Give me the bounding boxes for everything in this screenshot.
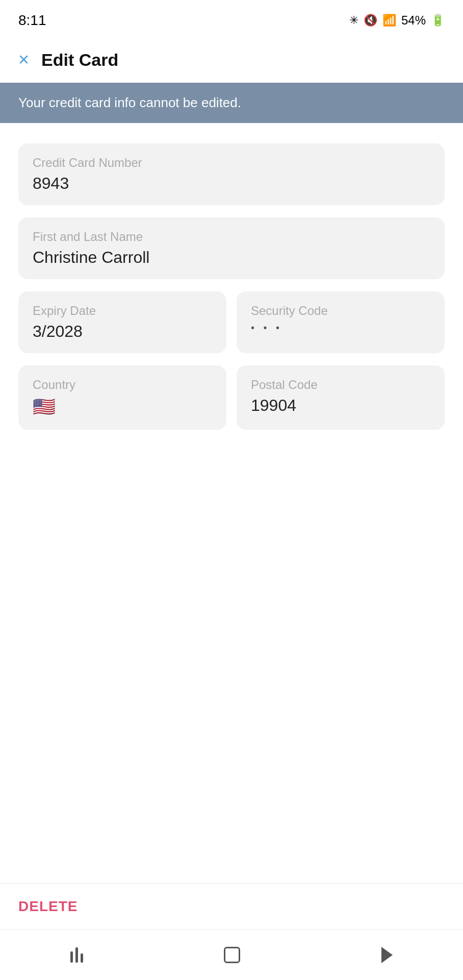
status-icons: ✳ 🔇 📶 54% 🔋	[349, 13, 445, 28]
header: × Edit Card	[0, 37, 463, 83]
name-field: First and Last Name Christine Carroll	[18, 217, 445, 279]
form-area: Credit Card Number 8943 First and Last N…	[0, 143, 463, 430]
country-flag: 🇺🇸	[33, 396, 212, 418]
delete-button[interactable]: DELETE	[18, 898, 78, 915]
postal-code-label: Postal Code	[251, 378, 430, 392]
country-label: Country	[33, 378, 212, 392]
name-label: First and Last Name	[33, 230, 430, 244]
postal-code-value: 19904	[251, 396, 430, 415]
page-title: Edit Card	[41, 50, 118, 70]
status-time: 8:11	[18, 12, 46, 29]
battery-level: 54%	[401, 13, 426, 28]
mute-icon: 🔇	[364, 14, 377, 27]
menu-icon[interactable]	[70, 947, 83, 963]
bluetooth-icon: ✳	[349, 14, 358, 27]
expiry-date-value: 3/2028	[33, 322, 212, 341]
country-field: Country 🇺🇸	[18, 365, 226, 430]
security-code-label: Security Code	[251, 304, 430, 318]
nav-bar	[0, 929, 463, 980]
wifi-icon: 📶	[382, 14, 396, 27]
expiry-date-field: Expiry Date 3/2028	[18, 291, 226, 353]
home-icon[interactable]	[224, 947, 240, 963]
credit-card-number-field: Credit Card Number 8943	[18, 143, 445, 205]
postal-code-field: Postal Code 19904	[237, 365, 445, 430]
name-value: Christine Carroll	[33, 248, 430, 267]
warning-banner: Your credit card info cannot be edited.	[0, 83, 463, 123]
expiry-security-row: Expiry Date 3/2028 Security Code • • •	[18, 291, 445, 353]
security-code-field: Security Code • • •	[237, 291, 445, 353]
status-bar: 8:11 ✳ 🔇 📶 54% 🔋	[0, 0, 463, 37]
expiry-date-label: Expiry Date	[33, 304, 212, 318]
credit-card-number-label: Credit Card Number	[33, 156, 430, 170]
warning-text: Your credit card info cannot be edited.	[18, 95, 241, 110]
country-postal-row: Country 🇺🇸 Postal Code 19904	[18, 365, 445, 430]
footer-actions: DELETE	[0, 884, 463, 929]
battery-icon: 🔋	[431, 14, 445, 27]
close-button[interactable]: ×	[18, 51, 29, 69]
credit-card-number-value: 8943	[33, 174, 430, 193]
security-code-value: • • •	[251, 322, 430, 334]
back-icon[interactable]	[381, 947, 393, 963]
